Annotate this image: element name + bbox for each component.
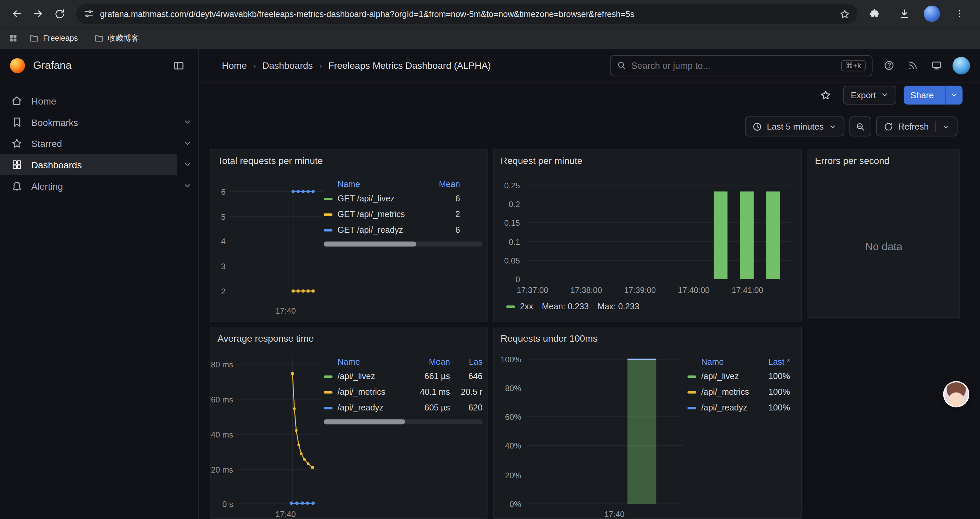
screen: grafana.mathmast.com/d/deytv4rwavabkb/fr… — [0, 0, 980, 519]
address-bar[interactable]: grafana.mathmast.com/d/deytv4rwavabkb/fr… — [76, 4, 858, 24]
downloads-button[interactable] — [894, 3, 915, 24]
bar-chart-canvas — [527, 355, 684, 509]
chevron-down-icon[interactable] — [177, 112, 198, 133]
sidebar-item-starred[interactable]: Starred — [0, 133, 198, 154]
legend-row[interactable]: /api/_metrics 40.1 ms 20.5 r — [324, 384, 483, 400]
x-tick: 17:38:00 — [570, 285, 602, 295]
y-tick: 0 — [497, 275, 520, 284]
sidebar-item-dashboards[interactable]: Dashboards — [0, 154, 198, 175]
news-rss-button[interactable] — [903, 56, 923, 75]
scrollbar-thumb[interactable] — [324, 241, 416, 246]
grafana-logo-icon[interactable] — [10, 58, 25, 73]
y-tick: 40% — [496, 441, 521, 450]
panel-requests-under-100ms[interactable]: Requests under 100ms 100% 80% 60% 40% 20… — [493, 327, 802, 519]
panel-title[interactable]: Requests under 100ms — [501, 333, 598, 344]
panel-title[interactable]: Average response time — [218, 333, 314, 344]
browser-profile-avatar[interactable] — [924, 6, 940, 22]
refresh-interval-chevron[interactable] — [942, 122, 950, 130]
zoom-out-button[interactable] — [849, 117, 871, 137]
panel-total-requests[interactable]: Total requests per minute 6 5 4 3 2 17:4… — [210, 149, 488, 322]
panel-title[interactable]: Request per minute — [501, 155, 582, 166]
refresh-button[interactable]: Refresh — [876, 117, 958, 137]
breadcrumb-home[interactable]: Home — [222, 60, 247, 71]
legend-col-mean[interactable]: Mean — [424, 179, 460, 189]
bookmark-star-icon[interactable] — [839, 8, 850, 19]
time-range-picker[interactable]: Last 5 minutes — [745, 117, 844, 137]
breadcrumb-dashboards[interactable]: Dashboards — [262, 60, 313, 71]
export-button[interactable]: Export — [843, 86, 896, 104]
brand-name: Grafana — [33, 59, 72, 72]
bookmark-folder-freeleaps[interactable]: Freeleaps — [24, 31, 83, 45]
series-color-dash — [324, 197, 332, 200]
bookmark-icon — [11, 117, 23, 128]
legend-row[interactable]: /api/_readyz 100% — [687, 400, 790, 415]
legend-row[interactable]: GET /api/_readyz 6 — [324, 222, 483, 238]
legend-col-name[interactable]: Name — [337, 357, 413, 366]
apps-grid-icon[interactable] — [8, 33, 18, 43]
x-tick: 17:41:00 — [732, 285, 764, 295]
y-tick: 80 ms — [210, 360, 233, 369]
y-tick: 0% — [496, 499, 521, 509]
legend-scrollbar — [324, 241, 483, 246]
legend-col-name[interactable]: Name — [701, 357, 757, 366]
panel-errors-per-second[interactable]: Errors per second No data — [808, 149, 960, 318]
legend-col-name[interactable]: Name — [337, 179, 424, 189]
header-icons — [878, 56, 970, 75]
legend-row[interactable]: /api/_readyz 605 µs 620 — [324, 400, 483, 415]
reload-button[interactable] — [49, 3, 70, 24]
legend-row[interactable]: /api/_metrics 100% — [687, 384, 790, 400]
legend-row[interactable]: /api/_livez 100% — [687, 369, 790, 385]
share-button[interactable]: Share — [904, 86, 963, 104]
legend-col-mean[interactable]: Mean — [413, 357, 450, 366]
series-color-dash — [324, 375, 332, 377]
legend-item[interactable]: 2xx — [506, 302, 533, 311]
panel-average-response-time[interactable]: Average response time 80 ms 60 ms 40 ms … — [210, 327, 488, 519]
panel-title[interactable]: Errors per second — [815, 155, 889, 166]
chevron-down-icon[interactable] — [177, 154, 198, 175]
url-text[interactable]: grafana.mathmast.com/d/deytv4rwavabkb/fr… — [100, 9, 833, 18]
help-button[interactable] — [878, 56, 899, 75]
legend-col-last[interactable]: Las — [450, 357, 482, 366]
series-max: Max: 0.233 — [597, 302, 639, 311]
series-mean: 605 µs — [413, 403, 450, 412]
sidebar-item-home[interactable]: Home — [0, 90, 198, 112]
bookmark-folder-blogs[interactable]: 收藏博客 — [89, 30, 144, 46]
kebab-menu-icon — [954, 9, 964, 19]
legend-row[interactable]: GET /api/_livez 6 — [324, 191, 483, 206]
search-input[interactable] — [631, 61, 836, 70]
series-mean: 2 — [424, 210, 460, 219]
y-tick: 5 — [213, 212, 226, 222]
monitor-button[interactable] — [926, 56, 946, 75]
x-tick: 17:40:00 — [678, 285, 710, 295]
extensions-button[interactable] — [864, 3, 885, 24]
sidebar-collapse-button[interactable] — [169, 56, 188, 75]
share-menu-chevron[interactable] — [945, 86, 963, 104]
series-color-dash — [687, 391, 696, 393]
panel-request-per-minute[interactable]: Request per minute 0.25 0.2 0.15 0.1 0.0… — [493, 149, 802, 322]
favorite-star-button[interactable] — [816, 85, 836, 105]
user-avatar[interactable] — [953, 57, 970, 74]
y-tick: 0 s — [210, 499, 233, 509]
back-button[interactable] — [6, 3, 28, 24]
scrollbar-thumb[interactable] — [324, 419, 405, 424]
breadcrumb-current: Freeleaps Metrics Dashboard (ALPHA) — [328, 60, 491, 71]
site-settings-icon[interactable] — [84, 9, 94, 19]
panel-title[interactable]: Total requests per minute — [218, 155, 323, 166]
chevron-down-icon — [829, 122, 837, 130]
search-box[interactable]: ⌘+k — [610, 55, 873, 76]
dashboard-toolbar: Export Share — [199, 83, 980, 107]
chevron-down-icon — [880, 91, 888, 99]
forward-button[interactable] — [27, 3, 49, 24]
chevron-down-icon[interactable] — [177, 175, 198, 197]
assistant-avatar-button[interactable] — [943, 381, 969, 407]
legend-col-last[interactable]: Last * — [757, 357, 790, 366]
sidebar-item-alerting[interactable]: Alerting — [0, 175, 198, 197]
sidebar-item-bookmarks[interactable]: Bookmarks — [0, 112, 198, 133]
browser-menu-button[interactable] — [949, 3, 970, 24]
y-tick: 0.05 — [497, 256, 520, 265]
sidebar-nav: Home Bookmarks Starred — [0, 83, 198, 196]
legend-row[interactable]: /api/_livez 661 µs 646 — [324, 369, 483, 385]
chevron-down-icon[interactable] — [177, 133, 198, 154]
legend-row[interactable]: GET /api/_metrics 2 — [324, 206, 483, 222]
y-tick: 6 — [213, 187, 226, 196]
